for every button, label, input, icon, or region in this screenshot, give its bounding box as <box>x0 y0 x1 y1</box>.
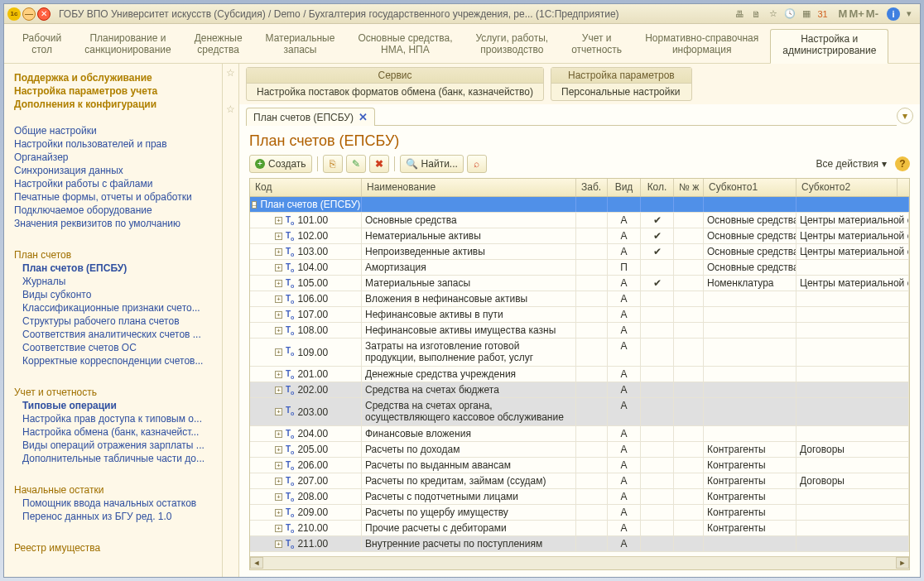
sidebar-link[interactable]: Настройка обмена (банк, казначейст... <box>22 426 219 438</box>
table-row[interactable]: +To106.00Вложения в нефинансовые активыА <box>250 291 909 307</box>
tree-expand-icon[interactable]: + <box>275 387 282 394</box>
table-row[interactable]: +To208.00Расчеты с подотчетными лицамиАК… <box>250 489 909 505</box>
minimize-icon[interactable]: — <box>22 7 36 21</box>
sidebar-link[interactable]: Помощник ввода начальных остатков <box>22 497 219 509</box>
edit-button[interactable]: ✎ <box>346 155 366 173</box>
table-row[interactable]: +To108.00Нефинансовые активы имущества к… <box>250 323 909 339</box>
close-tab-icon[interactable]: ✕ <box>359 111 368 123</box>
col-code[interactable]: Код <box>250 179 362 196</box>
clear-find-button[interactable]: ⌕ <box>467 155 487 173</box>
table-row[interactable]: +To209.00Расчеты по ущербу имуществуАКон… <box>250 505 909 521</box>
tree-expand-icon[interactable]: + <box>275 509 282 516</box>
sidebar-heading[interactable]: Настройка параметров учета <box>14 85 219 97</box>
tree-expand-icon[interactable]: + <box>275 348 282 356</box>
section-tab[interactable]: Услуги, работы, производство <box>464 29 560 63</box>
service-panel-link[interactable]: Настройка поставок форматов обмена (банк… <box>247 84 543 100</box>
tree-expand-icon[interactable]: + <box>275 478 282 485</box>
tree-expand-icon[interactable]: + <box>275 217 282 224</box>
sidebar-link[interactable]: Подключаемое оборудование <box>14 204 219 216</box>
sidebar-link[interactable]: Настройка прав доступа к типовым о... <box>22 413 219 425</box>
sidebar-link[interactable]: Журналы <box>22 276 219 287</box>
horizontal-scrollbar[interactable]: ◄ ► <box>250 556 909 569</box>
tab-menu-icon[interactable]: ▾ <box>897 108 913 124</box>
find-button[interactable]: 🔍 Найти... <box>400 155 464 173</box>
memory-m-button[interactable]: M <box>839 7 848 20</box>
tree-expand-icon[interactable]: + <box>275 540 282 548</box>
table-row[interactable]: +To202.00Средства на счетах бюджетаА <box>250 382 909 398</box>
sidebar-link[interactable]: Соответствие счетов ОС <box>22 342 219 353</box>
tree-expand-icon[interactable]: + <box>275 462 282 469</box>
memory-mplus-button[interactable]: M+ <box>849 7 864 20</box>
copy-button[interactable]: ⎘ <box>323 155 343 173</box>
section-tab[interactable]: Рабочий стол <box>11 29 73 63</box>
favorite-icon[interactable]: ☆ <box>766 7 781 21</box>
table-row[interactable]: +To201.00Денежные средства учрежденияА <box>250 367 909 382</box>
sidebar-link[interactable]: Настройки работы с файлами <box>14 178 219 190</box>
section-tab[interactable]: Нормативно-справочная информация <box>633 29 770 63</box>
table-row[interactable]: +To102.00Нематериальные активыА✔Основные… <box>250 228 909 244</box>
info-icon[interactable]: i <box>887 7 900 21</box>
table-row[interactable]: +To211.00Внутренние расчеты по поступлен… <box>250 536 909 552</box>
sidebar-link[interactable]: Синхронизация данных <box>14 165 219 176</box>
sidebar-link[interactable]: Дополнительные табличные части до... <box>22 453 219 464</box>
grid-root-row[interactable]: –План счетов (ЕПСБУ) <box>250 197 909 213</box>
tree-expand-icon[interactable]: + <box>275 371 282 378</box>
print-preview-icon[interactable]: 🗎 <box>749 7 764 21</box>
tree-expand-icon[interactable]: + <box>275 408 282 415</box>
all-actions-button[interactable]: Все действия ▾ <box>811 155 892 173</box>
section-tab[interactable]: Учет и отчетность <box>560 29 633 63</box>
sidebar-link[interactable]: Соответствия аналитических счетов ... <box>22 329 219 340</box>
star-icon[interactable]: ☆ <box>226 103 235 115</box>
calendar-icon[interactable]: 31 <box>816 7 830 21</box>
table-row[interactable]: +To204.00Финансовые вложенияА <box>250 426 909 442</box>
sidebar-heading[interactable]: Дополнения к конфигурации <box>14 98 219 110</box>
table-row[interactable]: +To203.00Средства на счетах органа, осущ… <box>250 398 909 426</box>
sidebar-link[interactable]: Виды субконто <box>22 289 219 300</box>
sidebar-link[interactable]: Структуры рабочего плана счетов <box>22 315 219 327</box>
sidebar-link[interactable]: Органайзер <box>14 151 219 163</box>
document-tab[interactable]: План счетов (ЕПСБУ) ✕ <box>246 108 375 126</box>
memory-mminus-button[interactable]: M- <box>866 7 878 20</box>
table-row[interactable]: +To103.00Непроизведенные активыА✔Основны… <box>250 244 909 260</box>
sidebar-subhead[interactable]: План счетов <box>14 249 219 261</box>
sidebar-link[interactable]: Печатные формы, отчеты и обработки <box>14 191 219 203</box>
table-row[interactable]: +To210.00Прочие расчеты с дебиторамиАКон… <box>250 521 909 536</box>
table-row[interactable]: +To207.00Расчеты по кредитам, займам (сс… <box>250 473 909 489</box>
delete-button[interactable]: ✖ <box>369 155 389 173</box>
table-row[interactable]: +To109.00Затраты на изготовление готовой… <box>250 339 909 367</box>
col-subkonto1[interactable]: Субконто1 <box>704 179 796 196</box>
tree-expand-icon[interactable]: + <box>275 446 282 454</box>
section-tab[interactable]: Денежные средства <box>183 29 254 63</box>
tree-expand-icon[interactable]: + <box>275 295 282 303</box>
sidebar-link[interactable]: Классификационные признаки счето... <box>22 302 219 314</box>
tree-expand-icon[interactable]: + <box>275 525 282 532</box>
history-icon[interactable]: 🕓 <box>782 7 797 21</box>
section-tab[interactable]: Основные средства, НМА, НПА <box>346 29 464 63</box>
sidebar-link[interactable]: Настройки пользователей и прав <box>14 138 219 150</box>
tree-expand-icon[interactable]: + <box>275 280 282 287</box>
section-tab[interactable]: Настройка и администрирование <box>770 29 888 64</box>
sidebar-link[interactable]: Типовые операции <box>22 400 219 411</box>
col-kol[interactable]: Кол. <box>641 179 674 196</box>
tree-expand-icon[interactable]: + <box>275 311 282 319</box>
table-row[interactable]: +To107.00Нефинансовые активы в путиА <box>250 307 909 323</box>
sidebar-subhead[interactable]: Реестр имущества <box>14 542 219 554</box>
sidebar-link[interactable]: План счетов (ЕПСБУ) <box>22 262 219 274</box>
help-icon[interactable]: ? <box>895 156 910 171</box>
sidebar-link[interactable]: Общие настройки <box>14 125 219 137</box>
dropdown-icon[interactable]: ▾ <box>902 7 917 21</box>
scroll-right-icon[interactable]: ► <box>896 557 909 569</box>
col-zab[interactable]: Заб. <box>576 179 608 196</box>
close-icon[interactable]: ✕ <box>37 7 51 21</box>
calc-icon[interactable]: ▦ <box>799 7 814 21</box>
table-row[interactable]: +To206.00Расчеты по выданным авансамАКон… <box>250 458 909 473</box>
section-tab[interactable]: Планирование и санкционирование <box>73 29 182 63</box>
sidebar-heading[interactable]: Поддержка и обслуживание <box>14 72 219 84</box>
sidebar-link[interactable]: Перенос данных из БГУ ред. 1.0 <box>22 511 219 522</box>
col-nz[interactable]: № ж <box>674 179 704 196</box>
tree-expand-icon[interactable]: + <box>275 493 282 501</box>
table-row[interactable]: +To205.00Расчеты по доходамАКонтрагентыД… <box>250 442 909 458</box>
sidebar-subhead[interactable]: Начальные остатки <box>14 484 219 496</box>
tree-expand-icon[interactable]: + <box>275 430 282 438</box>
table-row[interactable]: +To104.00АмортизацияПОсновные средства <box>250 260 909 276</box>
